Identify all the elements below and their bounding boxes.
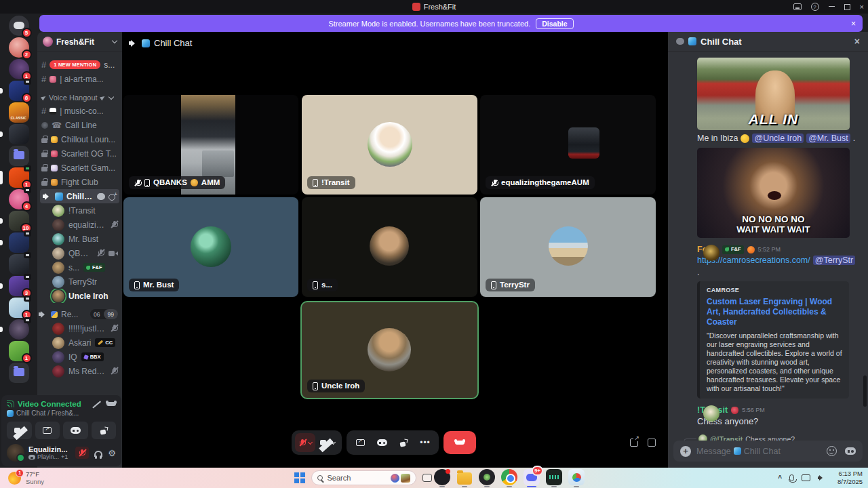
server-icon-racing[interactable] bbox=[9, 124, 29, 144]
server-icon-orange[interactable]: 1 bbox=[9, 167, 29, 188]
gif-controller-icon[interactable] bbox=[845, 447, 856, 455]
help-icon[interactable]: ? bbox=[811, 3, 819, 11]
attach-plus-icon[interactable]: + bbox=[680, 446, 691, 457]
voice-participant[interactable]: Ms Red Pi... bbox=[37, 364, 122, 378]
avatar[interactable] bbox=[703, 405, 719, 422]
message-input[interactable]: + Message Chill Chat bbox=[673, 441, 863, 462]
activity-button[interactable] bbox=[63, 422, 88, 439]
video-tile-equalizing[interactable]: equalizingthegameAUM bbox=[480, 95, 656, 195]
chat-bubble-icon[interactable] bbox=[97, 193, 105, 200]
voice-participant[interactable]: s... F&F bbox=[37, 260, 122, 274]
screen-share-button[interactable] bbox=[350, 433, 370, 452]
server-header[interactable]: Fresh&Fit bbox=[37, 32, 122, 52]
headphones-icon[interactable] bbox=[94, 451, 102, 457]
channel-music[interactable]: # | music-co... bbox=[37, 104, 122, 118]
fullscreen-icon[interactable] bbox=[648, 439, 656, 447]
channel-scarlett-gaming[interactable]: Scarlett Gam... bbox=[37, 161, 122, 175]
server-icon-cafe[interactable]: 1 bbox=[9, 298, 29, 318]
voice-location[interactable]: Chill Chat / Fresh&... bbox=[16, 409, 79, 417]
disable-streamer-button[interactable]: Disable bbox=[536, 18, 573, 29]
gif-attachment-no-no[interactable]: NO NO NO NOWAIT WAIT WAIT bbox=[697, 148, 850, 238]
server-folder-2[interactable] bbox=[9, 363, 29, 383]
gif-attachment-all-in[interactable]: ALL IN bbox=[697, 58, 850, 130]
server-icon-owl[interactable] bbox=[9, 319, 29, 340]
server-icon-p[interactable]: 1 bbox=[9, 59, 29, 79]
maximize-button[interactable] bbox=[844, 4, 850, 10]
server-icon-grit[interactable]: 10 bbox=[9, 211, 29, 231]
tray-expand-icon[interactable]: ^ bbox=[778, 474, 782, 482]
activity-button[interactable] bbox=[372, 433, 392, 452]
server-icon-pink[interactable]: 4 bbox=[9, 189, 29, 209]
taskbar-app-discord[interactable]: 9+ bbox=[524, 469, 540, 485]
popout-icon[interactable] bbox=[630, 439, 638, 447]
inbox-icon[interactable] bbox=[793, 3, 802, 10]
camera-button[interactable] bbox=[317, 433, 338, 452]
channel-call-line[interactable]: ☎ Call Line bbox=[37, 118, 122, 132]
avatar[interactable] bbox=[703, 245, 719, 261]
taskbar-app-audio[interactable] bbox=[546, 469, 562, 485]
windows-start-button[interactable] bbox=[294, 472, 305, 483]
more-options-button[interactable]: ••• bbox=[415, 433, 435, 452]
user-avatar[interactable] bbox=[7, 444, 24, 462]
taskbar-app-bluestacks[interactable] bbox=[568, 469, 585, 485]
tray-mic-icon[interactable] bbox=[789, 474, 794, 481]
mention-terrystr[interactable]: @TerryStr bbox=[813, 256, 855, 265]
task-view-button[interactable] bbox=[422, 474, 432, 482]
disconnect-call-button[interactable] bbox=[443, 431, 476, 454]
tray-network-icon[interactable] bbox=[802, 474, 810, 481]
server-icon-paw[interactable]: 1 bbox=[9, 341, 29, 361]
video-tile-mr-bust[interactable]: Mr. Bust bbox=[123, 197, 298, 297]
channel-scarlett-og[interactable]: Scarlett OG T... bbox=[37, 146, 122, 161]
taskbar-search[interactable]: Search bbox=[311, 470, 416, 485]
soundboard-button[interactable] bbox=[92, 422, 117, 439]
screen-share-button[interactable] bbox=[35, 422, 60, 439]
camera-off-button[interactable] bbox=[7, 422, 32, 439]
embed-title[interactable]: Custom Laser Engraving | Wood Art, Handc… bbox=[707, 297, 842, 327]
channel-chill-chat[interactable]: Chill C... bbox=[40, 189, 119, 203]
minimize-button[interactable] bbox=[829, 6, 835, 7]
close-chat-icon[interactable]: × bbox=[854, 36, 860, 47]
taskbar-app-dark[interactable] bbox=[479, 469, 495, 485]
taskbar-app-recorder[interactable] bbox=[434, 469, 450, 485]
settings-gear-icon[interactable]: ⚙ bbox=[108, 449, 116, 458]
voice-participant[interactable]: QBAN... bbox=[37, 246, 122, 260]
noise-suppression-icon[interactable] bbox=[92, 401, 100, 408]
server-folder[interactable] bbox=[9, 146, 29, 166]
server-icon-socialize[interactable] bbox=[9, 232, 29, 253]
taskbar-clock[interactable]: 6:13 PM 8/7/2025 bbox=[837, 470, 863, 486]
chat-scrollbar[interactable] bbox=[863, 375, 867, 407]
mention-uncle-iroh[interactable]: @Uncle Iroh bbox=[752, 134, 804, 143]
server-icon-blue[interactable]: 8 bbox=[9, 81, 29, 101]
channel-re[interactable]: Re... 0699 bbox=[37, 307, 122, 321]
server-icon-home[interactable]: 5 bbox=[9, 16, 29, 36]
soundboard-button[interactable] bbox=[393, 433, 414, 452]
channel-ai-art[interactable]: # | ai-art-ma... bbox=[37, 72, 122, 86]
banner-close-icon[interactable]: × bbox=[851, 19, 856, 28]
mention-mr-bust[interactable]: @Mr. Bust bbox=[806, 134, 850, 143]
voice-participant[interactable]: !Transit bbox=[37, 203, 122, 218]
message-list[interactable]: ALL IN Me in Ibiza @Uncle Iroh @Mr. Bust… bbox=[668, 52, 868, 447]
channel-fight-club[interactable]: Fight Club bbox=[37, 175, 122, 189]
tray-volume-icon[interactable] bbox=[818, 474, 826, 481]
taskbar-app-chrome[interactable] bbox=[501, 469, 517, 485]
taskbar-app-explorer[interactable] bbox=[456, 469, 473, 485]
chevron-down-icon[interactable] bbox=[307, 439, 312, 444]
chevron-down-icon[interactable] bbox=[331, 439, 336, 444]
voice-participant[interactable]: Uncle Iroh bbox=[37, 289, 122, 303]
video-tile-terrystr[interactable]: TerryStr bbox=[480, 197, 656, 297]
voice-participant[interactable]: TerryStr bbox=[37, 274, 122, 289]
voice-participant[interactable]: equalizin... bbox=[37, 218, 122, 232]
user-name[interactable]: Equalizin... bbox=[28, 445, 68, 453]
server-icon-robot[interactable]: 2 bbox=[9, 37, 29, 58]
close-window-button[interactable]: × bbox=[860, 3, 864, 11]
video-tile-qbanks[interactable]: QBANKS AMM bbox=[123, 95, 298, 195]
video-tile-transit[interactable]: !Transit bbox=[302, 95, 477, 195]
weather-widget[interactable]: 1 77°FSunny bbox=[8, 470, 44, 485]
voice-participant[interactable]: Mr. Bust bbox=[37, 232, 122, 246]
channel-chillout[interactable]: Chillout Loun... bbox=[37, 132, 122, 146]
category-voice-hangout[interactable]: Voice Hangout bbox=[37, 92, 122, 104]
video-tile-s[interactable]: s... bbox=[302, 197, 477, 297]
voice-participant[interactable]: !!!!!!justlu... bbox=[37, 321, 122, 336]
voice-participant[interactable]: Askari CC bbox=[37, 336, 122, 350]
mic-mute-button[interactable] bbox=[295, 433, 315, 452]
